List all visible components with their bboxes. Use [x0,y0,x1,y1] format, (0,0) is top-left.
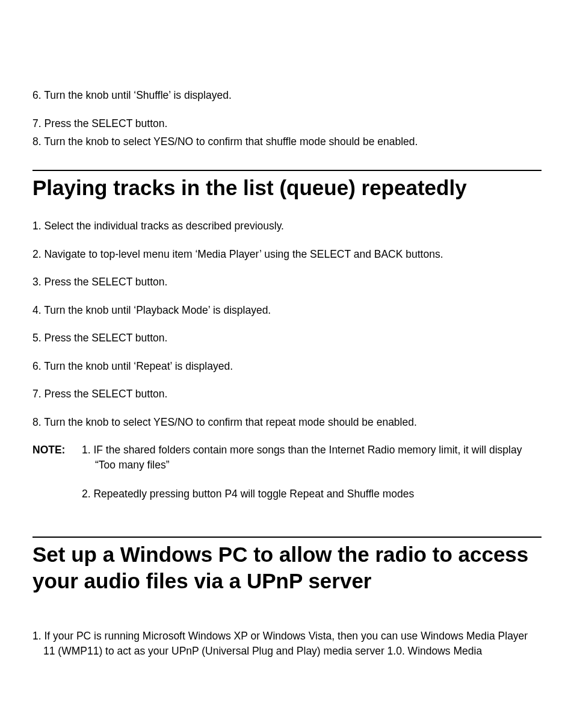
note-item-2: 2. Repeatedly pressing button P4 will to… [82,487,542,502]
intro-step-8: 8. Turn the knob to select YES/NO to con… [32,134,542,149]
intro-step-6: 6. Turn the knob until ‘Shuffle’ is disp… [32,88,542,103]
s1-step-7: 7. Press the SELECT button. [32,387,542,402]
note-item-1: 1. IF the shared folders contain more so… [82,443,542,472]
s1-step-3: 3. Press the SELECT button. [32,275,542,290]
s1-step-4: 4. Turn the knob until ‘Playback Mode’ i… [32,303,542,318]
s2-step-1: 1. If your PC is running Microsoft Windo… [32,629,542,658]
note-label: NOTE: [32,443,82,516]
note-body: 1. IF the shared folders contain more so… [82,443,542,516]
s1-step-6: 6. Turn the knob until ‘Repeat’ is displ… [32,359,542,374]
s1-step-2: 2. Navigate to top-level menu item ‘Medi… [32,247,542,262]
heading-playing-tracks: Playing tracks in the list (queue) repea… [32,175,542,201]
s1-step-8: 8. Turn the knob to select YES/NO to con… [32,415,542,430]
section-divider [32,537,542,538]
intro-step-7: 7. Press the SELECT button. [32,116,542,131]
s1-step-5: 5. Press the SELECT button. [32,331,542,346]
section-divider [32,170,542,171]
note-block: NOTE: 1. IF the shared folders contain m… [32,443,542,516]
s1-step-1: 1. Select the individual tracks as descr… [32,219,542,234]
heading-upnp-setup: Set up a Windows PC to allow the radio t… [32,541,542,594]
